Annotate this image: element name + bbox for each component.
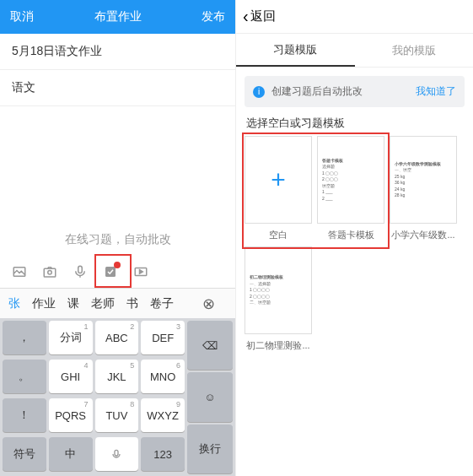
svg-point-2	[48, 271, 52, 275]
back-button[interactable]: ‹ 返回	[236, 0, 473, 34]
key-fenci[interactable]: 分词1	[49, 321, 93, 354]
template-physics[interactable]: 初二物理测验模板一、选择题1 ▢▢▢▢2 ▢▢▢▢二、填空题 初二物理测验...	[245, 246, 312, 352]
candidate-1[interactable]: 张	[8, 296, 20, 311]
candidate-5[interactable]: 书	[126, 296, 138, 311]
mic-icon[interactable]	[73, 264, 88, 279]
page-title: 布置作业	[94, 9, 142, 24]
key-enter[interactable]: 换行	[187, 425, 233, 473]
candidate-bar[interactable]: 张 作业 课 老师 书 卷子 ⊗	[0, 288, 235, 318]
info-icon: i	[253, 86, 265, 98]
key-jkl[interactable]: JKL5	[95, 360, 139, 393]
notice-text: 创建习题后自动批改	[271, 84, 363, 99]
publish-button[interactable]: 发布	[202, 9, 225, 24]
key-mno[interactable]: MNO6	[141, 360, 185, 393]
image-icon[interactable]	[12, 264, 27, 279]
tab-exercise-templates[interactable]: 习题模版	[236, 34, 355, 67]
cancel-button[interactable]: 取消	[10, 9, 34, 24]
template-blank-label: 空白	[245, 229, 312, 241]
key-abc[interactable]: ABC2	[95, 321, 139, 354]
key-wxyz[interactable]: WXYZ9	[141, 398, 185, 432]
key-symbol[interactable]: 符号	[3, 437, 46, 471]
key-lang[interactable]: 中	[49, 437, 93, 471]
plus-icon: +	[271, 165, 286, 194]
camera-icon[interactable]	[42, 264, 57, 279]
content-placeholder[interactable]: 在线习题，自动批改	[0, 106, 235, 256]
candidate-4[interactable]: 老师	[91, 296, 115, 311]
key-delete[interactable]: ⌫	[187, 321, 233, 370]
candidate-2[interactable]: 作业	[32, 296, 56, 311]
key-comma[interactable]: ，	[3, 321, 46, 354]
candidate-3[interactable]: 课	[67, 296, 79, 311]
template-physics-label: 初二物理测验...	[245, 339, 312, 352]
svg-rect-6	[115, 450, 118, 456]
template-math-label: 小学六年级数...	[390, 229, 457, 241]
key-emoji[interactable]: ☺	[187, 372, 233, 421]
video-icon[interactable]	[133, 264, 148, 279]
key-exclaim[interactable]: ！	[3, 398, 46, 432]
svg-rect-3	[78, 266, 83, 273]
close-candidates-icon[interactable]: ⊗	[202, 295, 215, 313]
section-title: 选择空白或习题模板	[236, 116, 473, 136]
assignment-title[interactable]: 5月18日语文作业	[0, 34, 235, 70]
tab-my-templates[interactable]: 我的模版	[355, 34, 474, 67]
back-label: 返回	[250, 8, 276, 24]
key-pqrs[interactable]: PQRS7	[49, 398, 93, 432]
template-answer-label: 答题卡模板	[317, 229, 384, 241]
key-123[interactable]: 123	[141, 437, 185, 471]
candidate-6[interactable]: 卷子	[150, 296, 174, 311]
key-tuv[interactable]: TUV8	[95, 398, 139, 432]
key-space[interactable]	[95, 437, 139, 471]
key-def[interactable]: DEF3	[141, 321, 185, 354]
key-ghi[interactable]: GHI4	[49, 360, 93, 393]
template-answer-card[interactable]: 答题卡模板选择题1 ▢▢▢2 ▢▢▢填空题1 ___2 ___ 答题卡模板	[317, 136, 384, 241]
notice-dismiss[interactable]: 我知道了	[416, 84, 456, 99]
template-blank[interactable]: + 空白	[245, 136, 312, 241]
subject-row[interactable]: 语文	[0, 70, 235, 106]
key-period[interactable]: 。	[3, 360, 46, 393]
chevron-left-icon: ‹	[243, 7, 249, 26]
highlight-box	[94, 254, 132, 288]
svg-rect-1	[44, 268, 56, 277]
template-math[interactable]: 小学六年级数学测验模板一、填空25 kg36 kg24 kg28 kg 小学六年…	[390, 136, 457, 241]
